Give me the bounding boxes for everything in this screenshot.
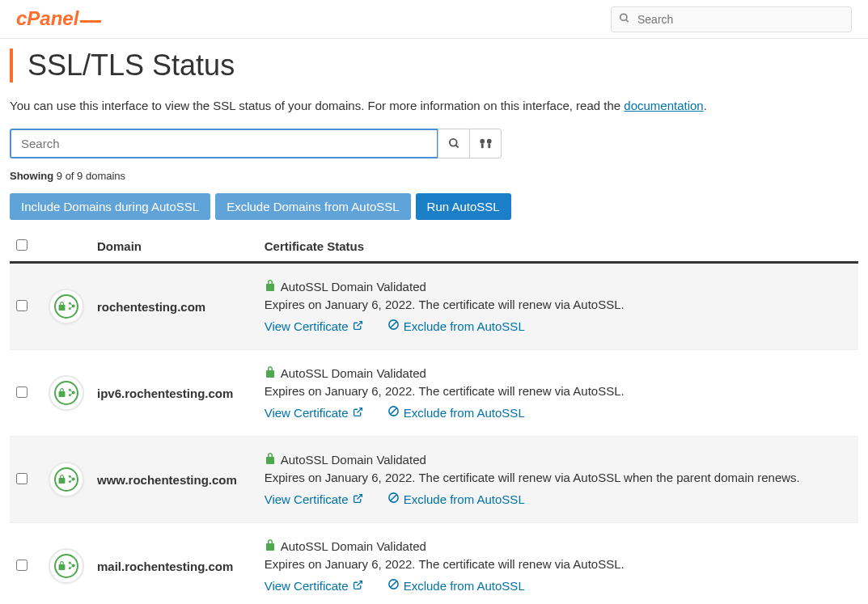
exclude-domains-button[interactable]: Exclude Domains from AutoSSL — [215, 193, 410, 220]
lock-icon — [57, 560, 66, 572]
table-row: rochentesting.com AutoSSL Domain Validat… — [10, 263, 858, 350]
lock-icon — [265, 366, 276, 380]
svg-line-3 — [626, 19, 629, 22]
global-search-input[interactable] — [611, 6, 852, 32]
lock-icon — [265, 539, 276, 553]
svg-point-2 — [620, 14, 627, 20]
domain-name: ipv6.rochentesting.com — [97, 386, 252, 400]
share-icon — [67, 386, 76, 399]
table-row: www.rochentesting.com AutoSSL Domain Val… — [10, 437, 858, 523]
expiry-text: Expires on January 6, 2022. The certific… — [265, 298, 852, 311]
svg-point-4 — [449, 139, 456, 146]
domain-name: rochentesting.com — [97, 300, 252, 314]
external-link-icon — [353, 406, 363, 420]
lock-icon — [265, 453, 276, 467]
ssl-status-badge — [49, 375, 84, 411]
share-icon — [67, 300, 76, 313]
svg-rect-1 — [80, 20, 101, 23]
svg-rect-9 — [488, 144, 490, 149]
lock-icon — [265, 280, 276, 294]
expiry-text: Expires on January 6, 2022. The certific… — [265, 557, 852, 571]
row-checkbox[interactable] — [16, 473, 28, 484]
page-title: SSL/TLS Status — [28, 49, 858, 82]
view-certificate-link[interactable]: View Certificate — [265, 578, 363, 593]
svg-point-7 — [486, 139, 491, 144]
svg-line-33 — [390, 494, 396, 501]
cpanel-logo[interactable]: cPanel — [16, 9, 104, 30]
include-domains-button[interactable]: Include Domains during AutoSSL — [10, 193, 210, 220]
lock-icon — [57, 473, 66, 486]
domain-name: www.rochentesting.com — [97, 473, 252, 487]
external-link-icon — [353, 492, 363, 506]
svg-line-41 — [390, 581, 396, 587]
run-autossl-button[interactable]: Run AutoSSL — [416, 193, 511, 220]
cert-status-header: Certificate Status — [258, 231, 858, 263]
expiry-text: Expires on January 6, 2022. The certific… — [265, 471, 852, 484]
exclude-from-autossl-link[interactable]: Exclude from AutoSSL — [387, 405, 525, 420]
exclude-from-autossl-link[interactable]: Exclude from AutoSSL — [387, 319, 525, 333]
share-icon — [67, 560, 76, 572]
status-text: AutoSSL Domain Validated — [281, 366, 426, 380]
status-text: AutoSSL Domain Validated — [281, 453, 426, 467]
prohibit-icon — [387, 319, 400, 333]
global-search — [611, 6, 852, 32]
prohibit-icon — [387, 405, 400, 420]
prohibit-icon — [387, 492, 400, 506]
share-icon — [67, 473, 76, 486]
ssl-status-badge — [49, 548, 84, 584]
svg-line-23 — [357, 408, 362, 412]
expiry-text: Expires on January 6, 2022. The certific… — [265, 384, 852, 398]
svg-text:cPanel: cPanel — [16, 9, 80, 29]
svg-line-15 — [357, 321, 362, 326]
prohibit-icon — [387, 578, 400, 593]
lock-icon — [57, 386, 66, 399]
lock-icon — [57, 300, 66, 313]
documentation-link[interactable]: documentation — [624, 99, 703, 112]
row-checkbox[interactable] — [16, 300, 28, 311]
svg-rect-8 — [481, 144, 483, 149]
row-checkbox[interactable] — [16, 560, 28, 571]
domain-search-input[interactable] — [10, 129, 438, 158]
view-certificate-link[interactable]: View Certificate — [265, 319, 363, 333]
svg-line-39 — [357, 581, 362, 585]
svg-line-5 — [455, 145, 458, 147]
external-link-icon — [353, 319, 363, 333]
search-icon — [619, 12, 630, 26]
svg-point-6 — [480, 139, 485, 144]
exclude-from-autossl-link[interactable]: Exclude from AutoSSL — [387, 578, 525, 593]
svg-line-17 — [390, 321, 396, 327]
svg-line-25 — [390, 408, 396, 414]
table-row: ipv6.rochentesting.com AutoSSL Domain Va… — [10, 350, 858, 437]
settings-button[interactable] — [469, 129, 502, 158]
external-link-icon — [353, 579, 363, 593]
select-all-checkbox[interactable] — [16, 239, 28, 251]
domain-header: Domain — [91, 231, 258, 263]
view-certificate-link[interactable]: View Certificate — [265, 492, 363, 506]
intro-text: You can use this interface to view the S… — [10, 99, 858, 112]
ssl-status-badge — [49, 289, 84, 324]
showing-count: Showing 9 of 9 domains — [10, 170, 858, 182]
search-button[interactable] — [438, 129, 470, 158]
svg-line-31 — [357, 494, 362, 499]
view-certificate-link[interactable]: View Certificate — [265, 405, 363, 420]
ssl-status-badge — [49, 462, 84, 497]
domain-name: mail.rochentesting.com — [97, 560, 252, 573]
exclude-from-autossl-link[interactable]: Exclude from AutoSSL — [387, 492, 525, 506]
status-text: AutoSSL Domain Validated — [281, 280, 426, 294]
table-row: mail.rochentesting.com AutoSSL Domain Va… — [10, 523, 858, 605]
row-checkbox[interactable] — [16, 386, 28, 398]
status-text: AutoSSL Domain Validated — [281, 539, 426, 553]
